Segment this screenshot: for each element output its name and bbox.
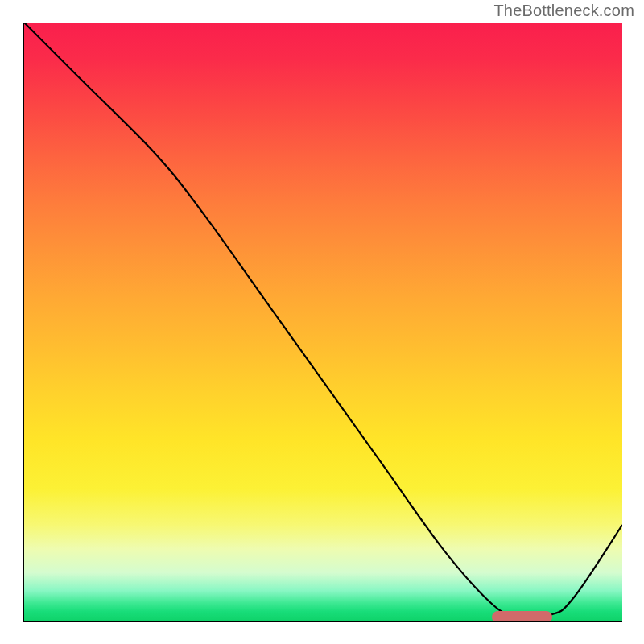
chart-axes	[23, 23, 622, 622]
bottleneck-curve-path	[24, 23, 622, 617]
watermark-text: TheBottleneck.com	[493, 2, 634, 20]
chart-plot-area	[24, 23, 622, 621]
optimal-zone-marker	[492, 611, 552, 621]
bottleneck-curve-svg	[24, 23, 622, 621]
